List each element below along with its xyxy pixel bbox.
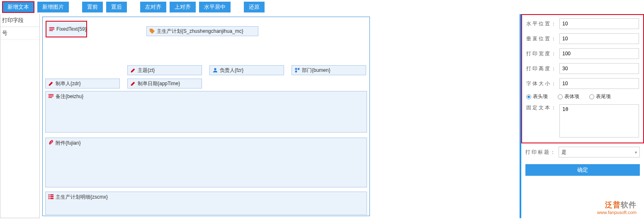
input-vpos[interactable] [559, 33, 639, 44]
btn-align-center-h[interactable]: 水平居中 [199, 2, 231, 12]
logo-pre: 泛普 [605, 201, 621, 209]
svg-rect-12 [49, 196, 50, 197]
label-hpos: 水平位置： [526, 20, 556, 27]
label-vpos: 垂直位置： [526, 35, 556, 42]
svg-rect-7 [49, 94, 53, 95]
svg-rect-9 [49, 97, 52, 98]
radio-body[interactable]: 表体项 [558, 93, 579, 100]
elem-bumen[interactable]: 部门{bumen} [292, 65, 366, 75]
svg-rect-8 [49, 96, 53, 96]
elem-fujian[interactable]: 附件{fujian} [45, 138, 367, 187]
btn-add-image[interactable]: 新增图片 [37, 2, 69, 12]
btn-align-left[interactable]: 左对齐 [140, 2, 166, 12]
input-pheight[interactable] [559, 63, 639, 74]
label-printtitle: 打印标题： [525, 149, 555, 156]
btn-send-back[interactable]: 置后 [106, 2, 127, 12]
radio-dot-icon [526, 94, 531, 99]
btn-add-text[interactable]: 新增文本 [2, 2, 34, 12]
radio-dot-icon [558, 94, 563, 99]
svg-rect-6 [295, 71, 297, 72]
radio-dot-icon [589, 94, 594, 99]
edit-icon [48, 81, 54, 86]
input-fixedtext[interactable]: 10 [559, 104, 639, 138]
dept-icon [294, 67, 300, 73]
logo-post: 软件 [621, 201, 637, 209]
label-pwidth: 打印宽度： [526, 50, 556, 57]
elem-fixedtext[interactable]: FixedText{59} [46, 21, 87, 37]
svg-rect-15 [50, 198, 53, 199]
radio-label: 表体项 [564, 93, 579, 100]
elem-label: 主生产计划{S_zhushengchanjihua_mc} [157, 28, 243, 35]
input-hpos[interactable] [559, 18, 639, 29]
input-fsize[interactable] [559, 78, 639, 89]
sidebar-title: 打印字段 [0, 14, 39, 27]
elem-zhidanren[interactable]: 制单人{zdr} [45, 79, 120, 89]
svg-rect-5 [298, 68, 299, 70]
svg-point-3 [214, 68, 216, 70]
svg-rect-2 [49, 30, 53, 31]
elem-label: 负责人{fzr} [220, 67, 243, 74]
text-icon [49, 26, 55, 32]
canvas[interactable]: FixedText{59} 主生产计划{S_zhushengchanjihua_… [42, 17, 370, 216]
radio-footer[interactable]: 表尾项 [589, 93, 611, 100]
confirm-button[interactable]: 确定 [525, 164, 640, 176]
label-pheight: 打印高度： [526, 65, 556, 72]
text-icon [48, 93, 54, 99]
elem-label: FixedText{59} [56, 26, 87, 32]
select-printtitle[interactable]: 是 ▾ [559, 147, 640, 157]
elem-label: 主生产计划明细{zscmx} [56, 194, 108, 201]
radio-label: 表尾项 [596, 93, 611, 100]
input-pwidth[interactable] [559, 48, 639, 59]
elem-title[interactable]: 主生产计划{S_zhushengchanjihua_mc} [146, 26, 258, 36]
elem-label: 备注{beizhu} [56, 93, 83, 100]
list-icon [48, 194, 54, 199]
elem-fuzeren[interactable]: 负责人{fzr} [209, 65, 284, 75]
right-panel: 水平位置： 垂直位置： 打印宽度： 打印高度： 字体大小： [520, 14, 644, 218]
elem-label: 制单日期{appTime} [138, 80, 180, 87]
elem-label: 主题{zt} [138, 67, 155, 74]
tag-icon [149, 28, 155, 34]
svg-rect-0 [49, 27, 54, 28]
logo-url: www.fanpusoft.com [597, 210, 637, 215]
svg-rect-4 [295, 68, 297, 70]
elem-beizhu[interactable]: 备注{beizhu} [45, 91, 367, 133]
svg-rect-1 [49, 29, 54, 30]
elem-label: 制单人{zdr} [56, 80, 81, 87]
btn-bring-front[interactable]: 置前 [82, 2, 103, 12]
svg-rect-11 [50, 194, 53, 196]
label-fsize: 字体大小： [526, 80, 556, 87]
footer-logo: 泛普软件 www.fanpusoft.com [597, 200, 637, 215]
attach-icon [48, 140, 54, 145]
radio-header[interactable]: 表头项 [526, 93, 548, 100]
radio-label: 表头项 [533, 93, 548, 100]
edit-icon [130, 81, 136, 86]
elem-zhidanriqi[interactable]: 制单日期{appTime} [127, 79, 202, 89]
chevron-down-icon: ▾ [635, 150, 637, 155]
toolbar: 新增文本 新增图片 置前 置后 左对齐 上对齐 水平居中 还原 [0, 0, 644, 14]
btn-align-top[interactable]: 上对齐 [170, 2, 196, 12]
label-fixedtext: 固定文本： [526, 104, 556, 111]
btn-reset[interactable]: 还原 [244, 2, 265, 12]
svg-rect-10 [49, 194, 50, 196]
svg-rect-14 [49, 198, 50, 199]
elem-zhuti[interactable]: 主题{zt} [127, 65, 202, 75]
elem-label: 部门{bumen} [302, 67, 331, 74]
edit-icon [130, 67, 136, 73]
svg-rect-13 [50, 196, 53, 197]
select-value: 是 [561, 149, 566, 156]
sidebar-item[interactable]: 号 [0, 27, 39, 40]
user-icon [212, 67, 218, 73]
sidebar: 打印字段 号 [0, 14, 40, 218]
elem-label: 附件{fujian} [56, 140, 81, 147]
elem-mingxi[interactable]: 主生产计划明细{zscmx} [45, 192, 367, 215]
canvas-wrap: FixedText{59} 主生产计划{S_zhushengchanjihua_… [40, 14, 520, 218]
